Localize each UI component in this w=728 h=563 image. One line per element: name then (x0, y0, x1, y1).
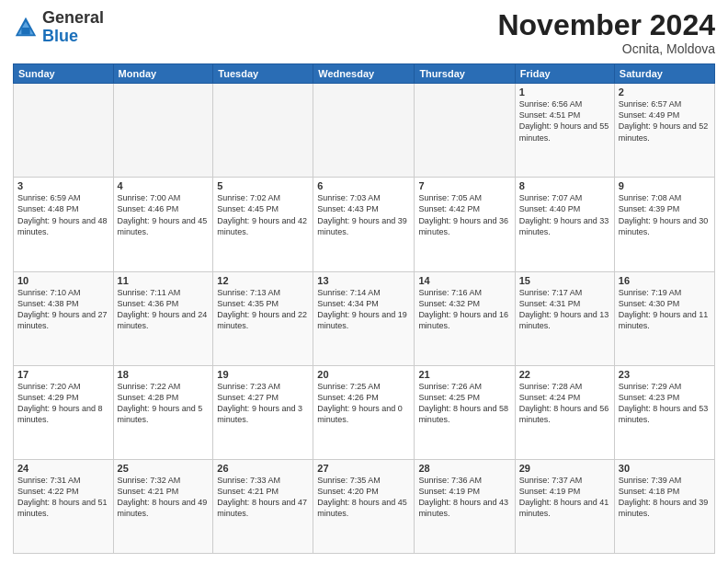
day-number: 2 (619, 86, 711, 98)
day-info: Sunrise: 7:22 AM Sunset: 4:28 PM Dayligh… (118, 381, 210, 426)
logo: General Blue (13, 9, 104, 46)
col-monday: Monday (113, 64, 213, 84)
calendar-cell: 1Sunrise: 6:56 AM Sunset: 4:51 PM Daylig… (515, 84, 614, 178)
day-number: 3 (17, 180, 109, 191)
day-number: 1 (519, 86, 610, 98)
day-number: 17 (17, 369, 109, 380)
svg-rect-2 (21, 28, 29, 34)
calendar-cell: 4Sunrise: 7:00 AM Sunset: 4:46 PM Daylig… (113, 178, 213, 271)
calendar-cell: 12Sunrise: 7:13 AM Sunset: 4:35 PM Dayli… (213, 271, 313, 365)
day-number: 9 (619, 180, 711, 191)
day-number: 21 (418, 369, 510, 380)
day-info: Sunrise: 7:36 AM Sunset: 4:19 PM Dayligh… (418, 475, 510, 520)
title-block: November 2024 Ocnita, Moldova (497, 9, 715, 56)
calendar-cell: 5Sunrise: 7:02 AM Sunset: 4:45 PM Daylig… (213, 178, 313, 271)
calendar-cell: 25Sunrise: 7:32 AM Sunset: 4:21 PM Dayli… (113, 459, 213, 553)
day-number: 13 (317, 275, 410, 286)
day-number: 7 (418, 180, 510, 191)
day-info: Sunrise: 7:02 AM Sunset: 4:45 PM Dayligh… (217, 192, 309, 237)
day-info: Sunrise: 6:56 AM Sunset: 4:51 PM Dayligh… (519, 98, 610, 144)
day-number: 25 (118, 463, 210, 474)
calendar-week-3: 10Sunrise: 7:10 AM Sunset: 4:38 PM Dayli… (14, 271, 715, 365)
day-info: Sunrise: 7:39 AM Sunset: 4:18 PM Dayligh… (619, 475, 711, 520)
calendar-cell: 13Sunrise: 7:14 AM Sunset: 4:34 PM Dayli… (313, 271, 415, 365)
calendar-cell: 20Sunrise: 7:25 AM Sunset: 4:26 PM Dayli… (313, 365, 415, 459)
day-number: 29 (519, 463, 610, 474)
day-number: 22 (519, 369, 610, 380)
day-number: 6 (317, 180, 410, 191)
day-number: 26 (217, 463, 309, 474)
calendar-cell: 30Sunrise: 7:39 AM Sunset: 4:18 PM Dayli… (614, 459, 714, 553)
calendar-cell: 6Sunrise: 7:03 AM Sunset: 4:43 PM Daylig… (313, 178, 415, 271)
calendar-cell (415, 84, 515, 178)
calendar-cell (213, 84, 313, 178)
day-info: Sunrise: 7:28 AM Sunset: 4:24 PM Dayligh… (519, 381, 610, 426)
day-info: Sunrise: 7:23 AM Sunset: 4:27 PM Dayligh… (217, 381, 309, 426)
calendar-cell: 21Sunrise: 7:26 AM Sunset: 4:25 PM Dayli… (415, 365, 515, 459)
day-info: Sunrise: 7:33 AM Sunset: 4:21 PM Dayligh… (217, 475, 309, 520)
calendar-week-4: 17Sunrise: 7:20 AM Sunset: 4:29 PM Dayli… (14, 365, 715, 459)
calendar-cell: 28Sunrise: 7:36 AM Sunset: 4:19 PM Dayli… (415, 459, 515, 553)
location: Ocnita, Moldova (497, 41, 715, 56)
calendar-cell: 23Sunrise: 7:29 AM Sunset: 4:23 PM Dayli… (614, 365, 714, 459)
day-info: Sunrise: 7:16 AM Sunset: 4:32 PM Dayligh… (418, 287, 510, 332)
day-info: Sunrise: 7:00 AM Sunset: 4:46 PM Dayligh… (118, 192, 210, 237)
col-saturday: Saturday (614, 64, 714, 84)
calendar-cell: 8Sunrise: 7:07 AM Sunset: 4:40 PM Daylig… (515, 178, 614, 271)
calendar-cell: 19Sunrise: 7:23 AM Sunset: 4:27 PM Dayli… (213, 365, 313, 459)
calendar-cell: 22Sunrise: 7:28 AM Sunset: 4:24 PM Dayli… (515, 365, 614, 459)
day-number: 23 (619, 369, 711, 380)
col-wednesday: Wednesday (313, 64, 415, 84)
calendar-cell: 16Sunrise: 7:19 AM Sunset: 4:30 PM Dayli… (614, 271, 714, 365)
col-friday: Friday (515, 64, 614, 84)
header: General Blue November 2024 Ocnita, Moldo… (13, 9, 715, 56)
day-info: Sunrise: 7:29 AM Sunset: 4:23 PM Dayligh… (619, 381, 711, 426)
day-info: Sunrise: 7:37 AM Sunset: 4:19 PM Dayligh… (519, 475, 610, 520)
day-info: Sunrise: 7:10 AM Sunset: 4:38 PM Dayligh… (17, 287, 109, 332)
calendar-table: Sunday Monday Tuesday Wednesday Thursday… (13, 63, 715, 554)
calendar-week-1: 1Sunrise: 6:56 AM Sunset: 4:51 PM Daylig… (14, 84, 715, 178)
day-info: Sunrise: 6:57 AM Sunset: 4:49 PM Dayligh… (619, 98, 711, 144)
day-info: Sunrise: 7:13 AM Sunset: 4:35 PM Dayligh… (217, 287, 309, 332)
calendar-cell: 29Sunrise: 7:37 AM Sunset: 4:19 PM Dayli… (515, 459, 614, 553)
calendar-cell: 18Sunrise: 7:22 AM Sunset: 4:28 PM Dayli… (113, 365, 213, 459)
day-number: 20 (317, 369, 410, 380)
month-title: November 2024 (497, 9, 715, 41)
day-info: Sunrise: 7:03 AM Sunset: 4:43 PM Dayligh… (317, 192, 410, 237)
day-number: 4 (118, 180, 210, 191)
day-info: Sunrise: 7:20 AM Sunset: 4:29 PM Dayligh… (17, 381, 109, 426)
day-number: 18 (118, 369, 210, 380)
day-number: 10 (17, 275, 109, 286)
calendar-cell: 17Sunrise: 7:20 AM Sunset: 4:29 PM Dayli… (14, 365, 114, 459)
day-number: 16 (619, 275, 711, 286)
day-info: Sunrise: 7:35 AM Sunset: 4:20 PM Dayligh… (317, 475, 410, 520)
calendar-cell: 9Sunrise: 7:08 AM Sunset: 4:39 PM Daylig… (614, 178, 714, 271)
day-number: 11 (118, 275, 210, 286)
calendar-cell: 27Sunrise: 7:35 AM Sunset: 4:20 PM Dayli… (313, 459, 415, 553)
calendar-cell: 2Sunrise: 6:57 AM Sunset: 4:49 PM Daylig… (614, 84, 714, 178)
logo-icon (13, 15, 39, 40)
day-info: Sunrise: 7:32 AM Sunset: 4:21 PM Dayligh… (118, 475, 210, 520)
page: General Blue November 2024 Ocnita, Moldo… (0, 0, 728, 563)
calendar-cell (113, 84, 213, 178)
day-number: 12 (217, 275, 309, 286)
logo-blue-text: Blue (42, 27, 78, 45)
calendar-cell: 7Sunrise: 7:05 AM Sunset: 4:42 PM Daylig… (415, 178, 515, 271)
day-info: Sunrise: 6:59 AM Sunset: 4:48 PM Dayligh… (17, 192, 109, 237)
calendar-cell: 11Sunrise: 7:11 AM Sunset: 4:36 PM Dayli… (113, 271, 213, 365)
calendar-week-2: 3Sunrise: 6:59 AM Sunset: 4:48 PM Daylig… (14, 178, 715, 271)
day-info: Sunrise: 7:14 AM Sunset: 4:34 PM Dayligh… (317, 287, 410, 332)
calendar-cell: 3Sunrise: 6:59 AM Sunset: 4:48 PM Daylig… (14, 178, 114, 271)
col-sunday: Sunday (14, 64, 114, 84)
day-info: Sunrise: 7:05 AM Sunset: 4:42 PM Dayligh… (418, 192, 510, 237)
calendar-cell: 10Sunrise: 7:10 AM Sunset: 4:38 PM Dayli… (14, 271, 114, 365)
logo-text: General Blue (42, 9, 104, 46)
day-number: 5 (217, 180, 309, 191)
day-number: 30 (619, 463, 711, 474)
calendar-cell: 15Sunrise: 7:17 AM Sunset: 4:31 PM Dayli… (515, 271, 614, 365)
calendar-cell: 24Sunrise: 7:31 AM Sunset: 4:22 PM Dayli… (14, 459, 114, 553)
day-info: Sunrise: 7:17 AM Sunset: 4:31 PM Dayligh… (519, 287, 610, 332)
day-number: 19 (217, 369, 309, 380)
day-number: 28 (418, 463, 510, 474)
calendar-cell (14, 84, 114, 178)
